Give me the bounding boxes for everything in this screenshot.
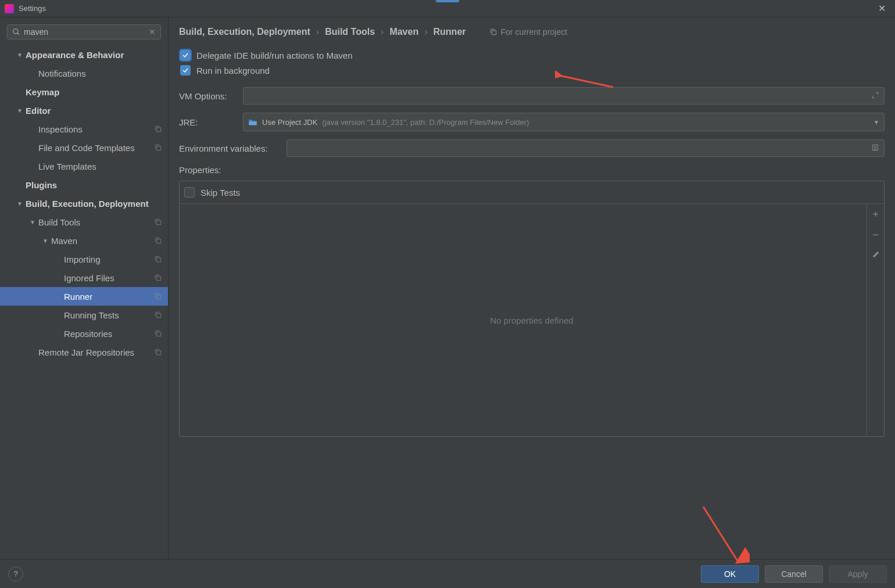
scope-label: For current project	[489, 27, 567, 37]
sidebar-item-label: Build Tools	[38, 217, 154, 227]
copy-icon	[154, 255, 162, 263]
titlebar: Settings ✕	[0, 0, 895, 17]
sidebar-item-runner[interactable]: Runner	[0, 287, 168, 306]
sidebar-item-label: File and Code Templates	[38, 143, 154, 153]
svg-rect-9	[157, 314, 161, 318]
apply-button[interactable]: Apply	[829, 565, 887, 583]
list-icon[interactable]	[871, 144, 879, 153]
chevron-down-icon: ▼	[14, 52, 26, 58]
footer: ? OK Cancel Apply	[0, 559, 895, 588]
sidebar-item-label: Editor	[26, 106, 162, 116]
svg-rect-13	[249, 121, 256, 125]
window-title: Settings	[19, 4, 873, 13]
top-tab-indicator	[436, 0, 459, 2]
sidebar-item-build-execution-deployment[interactable]: ▼Build, Execution, Deployment	[0, 194, 168, 213]
search-box[interactable]: ✕	[7, 24, 161, 40]
properties-box: Skip Tests No properties defined + −	[179, 181, 885, 437]
env-input[interactable]	[287, 139, 885, 157]
sidebar-item-plugins[interactable]: Plugins	[0, 175, 168, 194]
folder-icon	[248, 118, 257, 126]
sidebar-item-live-templates[interactable]: Live Templates	[0, 157, 168, 175]
crumb-0[interactable]: Build, Execution, Deployment	[179, 27, 310, 37]
sidebar-item-importing[interactable]: Importing	[0, 250, 168, 268]
vm-options-input[interactable]	[243, 87, 885, 105]
clear-search-icon[interactable]: ✕	[149, 27, 156, 37]
sidebar-item-inspections[interactable]: Inspections	[0, 120, 168, 138]
env-label: Environment variables:	[179, 144, 287, 153]
svg-point-0	[13, 29, 18, 34]
sidebar-item-label: Appearance & Behavior	[26, 50, 162, 60]
background-label: Run in background	[196, 66, 270, 76]
sidebar-item-repositories[interactable]: Repositories	[0, 324, 168, 343]
copy-icon	[154, 348, 162, 356]
vm-options-label: VM Options:	[179, 91, 243, 101]
svg-line-18	[560, 76, 613, 87]
jre-select[interactable]: Use Project JDK (java version "1.8.0_231…	[243, 113, 885, 131]
skip-tests-checkbox[interactable]	[184, 187, 195, 198]
sidebar-item-running-tests[interactable]: Running Tests	[0, 306, 168, 324]
sidebar-item-notifications[interactable]: Notifications	[0, 64, 168, 83]
chevron-down-icon: ▼	[27, 219, 38, 225]
jre-label: JRE:	[179, 117, 243, 127]
copy-icon	[154, 292, 162, 300]
sidebar-item-label: Plugins	[26, 180, 162, 190]
copy-icon	[154, 144, 162, 152]
skip-tests-label: Skip Tests	[201, 188, 240, 198]
sidebar-item-remote-jar-repositories[interactable]: Remote Jar Repositories	[0, 343, 168, 361]
ok-button[interactable]: OK	[701, 565, 759, 583]
svg-rect-7	[157, 277, 161, 281]
sidebar-item-label: Runner	[64, 292, 154, 302]
crumb-2[interactable]: Maven	[389, 27, 418, 37]
crumb-1[interactable]: Build Tools	[325, 27, 375, 37]
delegate-checkbox[interactable]	[180, 50, 191, 60]
sidebar-item-label: Notifications	[38, 69, 162, 78]
sidebar-item-file-and-code-templates[interactable]: File and Code Templates	[0, 138, 168, 157]
sidebar-item-build-tools[interactable]: ▼Build Tools	[0, 213, 168, 231]
sidebar-item-maven[interactable]: ▼Maven	[0, 231, 168, 250]
search-input[interactable]	[24, 27, 149, 37]
properties-label: Properties:	[179, 165, 885, 175]
content-panel: Build, Execution, Deployment › Build Too…	[169, 17, 895, 559]
delegate-label: Delegate IDE build/run actions to Maven	[196, 51, 352, 60]
chevron-down-icon: ▼	[14, 200, 26, 207]
app-icon	[5, 4, 14, 13]
sidebar-item-label: Live Templates	[38, 162, 162, 171]
sidebar-item-appearance-behavior[interactable]: ▼Appearance & Behavior	[0, 45, 168, 64]
sidebar-item-keymap[interactable]: Keymap	[0, 83, 168, 101]
no-properties-text: No properties defined	[490, 315, 573, 325]
svg-rect-11	[157, 351, 161, 355]
search-icon	[12, 28, 20, 36]
sidebar-item-editor[interactable]: ▼Editor	[0, 101, 168, 120]
chevron-right-icon: ›	[424, 27, 427, 37]
crumb-3[interactable]: Runner	[434, 27, 466, 37]
expand-icon[interactable]	[871, 91, 879, 101]
add-icon[interactable]: +	[872, 209, 879, 221]
svg-rect-10	[157, 332, 161, 336]
help-button[interactable]: ?	[8, 567, 23, 582]
sidebar: ✕ ▼Appearance & BehaviorNotificationsKey…	[0, 17, 169, 559]
jre-detail: (java version "1.8.0_231", path: D:/Prog…	[322, 118, 529, 127]
svg-rect-12	[492, 31, 496, 35]
sidebar-item-label: Importing	[64, 254, 154, 264]
remove-icon[interactable]: −	[872, 229, 879, 241]
edit-icon[interactable]	[872, 249, 880, 261]
copy-icon	[154, 274, 162, 282]
cancel-button[interactable]: Cancel	[765, 565, 823, 583]
svg-rect-2	[157, 128, 161, 132]
svg-rect-5	[157, 239, 161, 243]
copy-icon	[154, 329, 162, 338]
chevron-down-icon: ▼	[873, 119, 879, 126]
properties-toolbar: + −	[867, 204, 884, 436]
chevron-right-icon: ›	[381, 27, 384, 37]
copy-icon	[154, 218, 162, 226]
chevron-right-icon: ›	[316, 27, 319, 37]
close-icon[interactable]: ✕	[873, 3, 890, 14]
sidebar-item-label: Inspections	[38, 124, 154, 134]
chevron-down-icon: ▼	[40, 238, 51, 244]
copy-icon	[154, 236, 162, 245]
sidebar-item-label: Running Tests	[64, 310, 154, 320]
sidebar-item-label: Maven	[51, 236, 154, 246]
copy-icon	[154, 311, 162, 319]
background-checkbox[interactable]	[180, 65, 191, 76]
sidebar-item-ignored-files[interactable]: Ignored Files	[0, 268, 168, 287]
